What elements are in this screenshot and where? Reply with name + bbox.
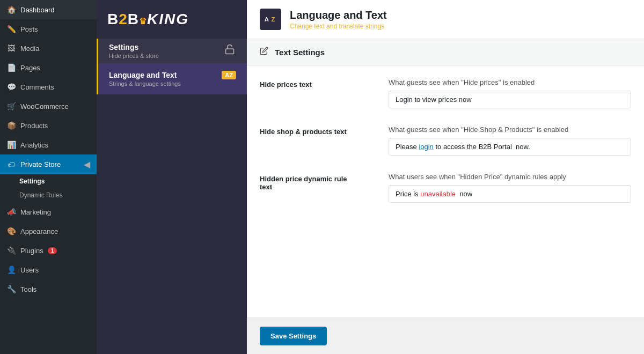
save-settings-button[interactable]: Save Settings [260,327,327,345]
sidebar-item-media[interactable]: 🖼 Media [0,39,97,58]
pages-icon: 📄 [6,63,16,72]
main-content: B2B♛KING Settings Hide prices & store [97,0,644,354]
logo-b2b: B [107,11,119,27]
plugin-area: B2B♛KING Settings Hide prices & store [97,0,644,354]
hide-shop-content: What guests see when "Hide Shop & Produc… [389,126,631,156]
svg-text:A: A [265,16,269,23]
settings-form: Hide prices text What guests see when "H… [247,65,644,318]
settings-nav-subtitle: Hide prices & store [109,53,159,59]
hide-prices-content: What guests see when "Hide prices" is en… [389,78,631,108]
sidebar-item-pages[interactable]: 📄 Pages [0,58,97,77]
sidebar-item-comments[interactable]: 💬 Comments [0,77,97,97]
media-icon: 🖼 [6,43,16,53]
hidden-price-input[interactable]: Price is unavailable now [389,185,631,203]
sidebar-item-posts[interactable]: ✏️ Posts [0,19,97,39]
content-area: A Z Language and Text Change text and tr… [247,0,644,354]
hide-prices-now: now [459,95,472,104]
plugin-nav-settings[interactable]: Settings Hide prices & store [97,39,247,63]
az-badge: AZ [222,71,236,79]
edit-icon [260,47,268,57]
hide-prices-description: What guests see when "Hide prices" is en… [389,78,631,86]
dashboard-icon: 🏠 [6,5,16,14]
comments-icon: 💬 [6,82,16,92]
hide-shop-description: What guests see when "Hide Shop & Produc… [389,126,631,134]
hidden-price-label: Hidden price dynamic ruletext [260,173,367,191]
plugin-nav-language[interactable]: Language and Text AZ Strings & language … [97,63,247,94]
appearance-icon: 🎨 [6,226,16,236]
sidebar-item-private-store[interactable]: 🏷 Private Store ◀ [0,154,97,174]
lock-icon [223,43,236,56]
logo-king: KING [147,11,189,27]
hidden-price-content: What users see when "Hidden Price" dynam… [389,173,631,203]
sidebar-item-appearance[interactable]: 🎨 Appearance [0,222,97,241]
hide-prices-label: Hide prices text [260,78,367,88]
hide-shop-input[interactable]: Please login to access the B2B Portal no… [389,138,631,156]
sidebar-subitem-settings[interactable]: Settings [0,174,97,188]
tools-icon: 🔧 [6,284,16,294]
form-row-hide-prices: Hide prices text What guests see when "H… [260,78,631,108]
lang-nav-subtitle: Strings & language settings [109,80,236,87]
logo-crown-icon: ♛ [139,17,147,26]
plugin-sidebar: B2B♛KING Settings Hide prices & store [97,0,247,354]
page-subtitle: Change text and translate strings [290,23,387,30]
bottom-bar: Save Settings [247,318,644,354]
plugins-badge: 1 [48,247,57,254]
sidebar-item-plugins[interactable]: 🔌 Plugins 1 [0,241,97,260]
page-title: Language and Text [290,9,387,21]
woocommerce-icon: 🛒 [6,101,16,111]
posts-icon: ✏️ [6,24,16,34]
login-link: login [419,143,433,151]
sidebar-item-analytics[interactable]: 📊 Analytics [0,135,97,154]
wp-admin-sidebar: 🏠 Dashboard ✏️ Posts 🖼 Media 📄 Pages 💬 C… [0,0,97,354]
section-title: Text Settings [275,48,325,57]
hide-prices-input[interactable]: Login to view prices now [389,91,631,108]
settings-nav-title: Settings [109,43,159,51]
plugins-icon: 🔌 [6,246,16,255]
logo-crown: 2 [119,11,128,27]
sidebar-item-woocommerce[interactable]: 🛒 WooCommerce [0,97,97,116]
marketing-icon: 📣 [6,207,16,217]
header-text: Language and Text Change text and transl… [290,9,387,30]
sidebar-item-marketing[interactable]: 📣 Marketing [0,202,97,222]
sidebar-subitem-dynamic-rules[interactable]: Dynamic Rules [0,188,97,202]
logo-b: B [128,11,139,27]
form-row-hide-shop: Hide shop & products text What guests se… [260,126,631,156]
products-icon: 📦 [6,121,16,130]
sidebar-item-products[interactable]: 📦 Products [0,116,97,135]
svg-rect-0 [226,49,234,54]
form-row-hidden-price: Hidden price dynamic ruletext What users… [260,173,631,203]
svg-text:Z: Z [271,16,275,23]
private-store-icon: 🏷 [6,160,16,169]
hide-shop-label: Hide shop & products text [260,126,367,136]
page-header: A Z Language and Text Change text and tr… [247,0,644,39]
sidebar-item-dashboard[interactable]: 🏠 Dashboard [0,0,97,19]
analytics-icon: 📊 [6,140,16,150]
header-az-icon: A Z [260,9,281,30]
sidebar-item-tools[interactable]: 🔧 Tools [0,279,97,299]
sidebar-item-users[interactable]: 👤 Users [0,260,97,279]
unavailable-text: unavailable [420,190,456,198]
lang-nav-title: Language and Text [109,71,177,79]
hidden-price-description: What users see when "Hidden Price" dynam… [389,173,631,181]
section-header: Text Settings [247,39,644,65]
chevron-left-icon: ◀ [84,159,90,169]
plugin-logo: B2B♛KING [97,0,247,39]
users-icon: 👤 [6,265,16,275]
